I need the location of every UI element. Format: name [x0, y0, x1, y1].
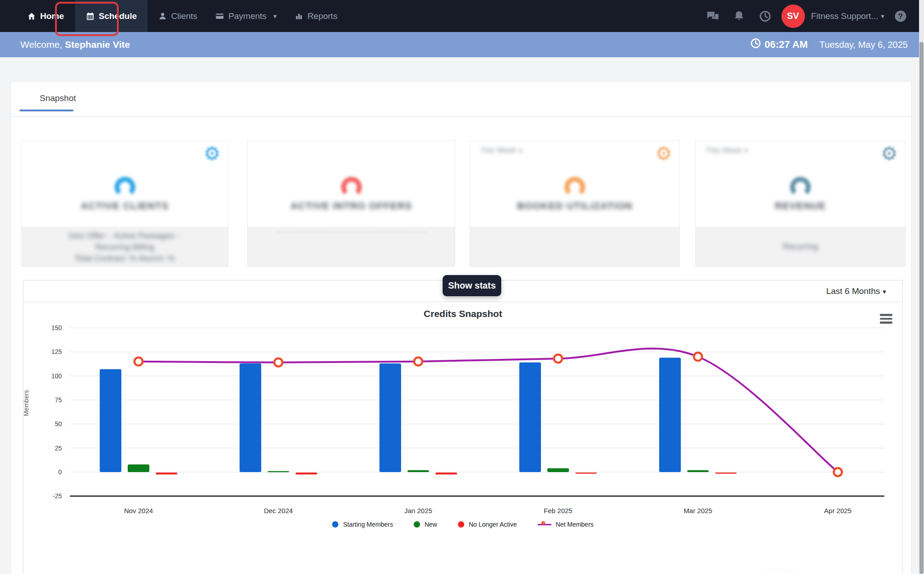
chart-legend: Starting MembersNewNo Longer ActiveNet M…	[23, 521, 902, 528]
x-tick-label: Dec 2024	[264, 507, 293, 514]
legend-item-net-members[interactable]: Net Members	[538, 521, 594, 528]
stat-card-footer	[248, 227, 455, 266]
x-tick-label: Nov 2024	[124, 507, 153, 514]
scrollbar-thumb[interactable]	[919, 42, 924, 574]
gear-icon[interactable]: ⚙	[881, 144, 898, 163]
y-tick-label: 125	[51, 348, 62, 355]
nav-item-label: Reports	[307, 11, 337, 21]
legend-dot	[458, 521, 464, 528]
nav-item-label: Schedule	[99, 11, 137, 21]
welcome-bar: Welcome, Stephanie Vite 06:27 AM Tuesday…	[0, 32, 924, 57]
x-tick-label: Mar 2025	[684, 507, 712, 514]
period-select[interactable]: This Week	[480, 146, 522, 155]
nav-item-schedule[interactable]: Schedule	[75, 0, 148, 32]
bar-chart-icon	[295, 12, 303, 20]
scrollbar-track	[919, 0, 924, 574]
avatar[interactable]: SV	[781, 5, 805, 28]
bar-new	[687, 470, 709, 472]
bar-starting-members	[519, 363, 541, 472]
legend-label: New	[425, 521, 437, 528]
nav-item-payments[interactable]: Payments	[206, 0, 286, 32]
bar-new	[128, 464, 149, 472]
dashed-separator	[277, 231, 425, 233]
stats-row: ⚙ ACTIVE CLIENTS Intro Offer: - Active P…	[11, 140, 912, 268]
legend-label: Starting Members	[343, 521, 393, 528]
bell-icon[interactable]	[729, 6, 749, 26]
stat-card-top: This Week ⚙ BOOKED UTILIZATION	[470, 141, 679, 227]
welcome-datetime: 06:27 AM Tuesday, May 6, 2025	[750, 38, 908, 51]
tab-snapshot[interactable]: Snapshot	[29, 90, 87, 107]
tab-row: Snapshot	[11, 82, 911, 117]
svg-text:?: ?	[898, 12, 903, 20]
gear-icon[interactable]: ⚙	[655, 144, 672, 163]
clock-icon[interactable]	[755, 6, 775, 26]
nav-item-clients[interactable]: Clients	[149, 0, 206, 32]
credits-snapshot-panel: Last 6 Months Credits Snapshot Members 1…	[23, 280, 903, 574]
avatar-initials: SV	[787, 11, 799, 21]
legend-item-no-longer-active[interactable]: No Longer Active	[458, 521, 517, 528]
nav-item-label: Home	[40, 11, 64, 21]
stat-card-active-clients: ⚙ ACTIVE CLIENTS Intro Offer: - Active P…	[21, 140, 228, 267]
stat-card-title: ACTIVE INTRO OFFERS	[248, 200, 455, 212]
account-label: Fitness Support...	[811, 11, 878, 21]
nav-right: SV Fitness Support... ?	[703, 0, 924, 32]
net-members-marker	[834, 468, 842, 476]
spinner-donut	[790, 177, 811, 197]
stat-card-top: ACTIVE INTRO OFFERS	[248, 141, 455, 227]
home-icon	[27, 12, 36, 21]
stat-footer-line: Recurring Billing	[95, 243, 154, 252]
stat-card-top: ⚙ ACTIVE CLIENTS	[22, 141, 228, 227]
bar-no-longer-active	[435, 473, 457, 474]
legend-label: Net Members	[556, 521, 594, 528]
chat-icon[interactable]	[703, 6, 723, 26]
person-icon	[158, 12, 167, 20]
period-select[interactable]: This Week	[706, 146, 748, 155]
legend-item-starting-members[interactable]: Starting Members	[332, 521, 393, 528]
credits-chart: 1501251007550250-25Nov 2024Dec 2024Jan 2…	[23, 280, 902, 546]
nav-item-reports[interactable]: Reports	[286, 0, 346, 32]
legend-dot	[332, 521, 338, 528]
net-members-marker	[414, 358, 422, 366]
bar-no-longer-active	[715, 473, 737, 474]
bar-new	[547, 468, 569, 472]
stat-card-revenue: This Week ⚙ REVENUE Recurring	[695, 140, 906, 267]
credit-card-icon	[215, 12, 224, 21]
nav-item-home[interactable]: Home	[18, 0, 73, 32]
account-menu[interactable]: Fitness Support...	[811, 11, 884, 21]
net-members-marker	[274, 358, 282, 367]
gear-icon[interactable]: ⚙	[203, 144, 221, 163]
y-tick-label: 75	[55, 396, 62, 404]
x-tick-label: Feb 2025	[544, 507, 572, 514]
help-icon[interactable]: ?	[891, 6, 910, 26]
bar-new	[407, 470, 429, 472]
bar-no-longer-active	[575, 473, 597, 474]
bar-starting-members	[659, 358, 681, 472]
stat-card-top: This Week ⚙ REVENUE	[696, 141, 905, 227]
stat-card-booked-utilization: This Week ⚙ BOOKED UTILIZATION	[470, 140, 680, 267]
clock-icon	[750, 38, 761, 51]
stat-card-active-intro-offers: ACTIVE INTRO OFFERS	[247, 140, 455, 267]
top-nav: Home Schedule Clients Payments	[0, 0, 924, 32]
calendar-icon	[86, 12, 95, 21]
bar-no-longer-active	[296, 473, 317, 474]
stat-footer-line: Intro Offer: - Active Packages: -	[69, 231, 181, 241]
y-tick-label: 150	[51, 324, 62, 331]
time-value: 06:27 AM	[765, 39, 808, 51]
user-name: Stephanie Vite	[65, 39, 130, 50]
show-stats-button[interactable]: Show stats	[443, 275, 501, 296]
y-tick-label: -25	[53, 492, 62, 500]
dashboard-screen: Home Schedule Clients Payments	[0, 0, 924, 574]
legend-label: No Longer Active	[469, 521, 517, 528]
stat-card-title: BOOKED UTILIZATION	[470, 200, 679, 212]
spinner-donut	[115, 177, 135, 197]
stat-card-title: REVENUE	[696, 200, 905, 212]
net-members-marker	[134, 358, 143, 366]
stat-card-footer	[470, 227, 679, 266]
x-tick-label: Apr 2025	[824, 507, 852, 514]
main-content: Snapshot ⚙ ACTIVE CLIENTS Intro Offer: -…	[10, 81, 912, 574]
legend-item-new[interactable]: New	[414, 521, 437, 528]
stat-footer-line: Recurring	[783, 242, 818, 252]
legend-dot	[414, 521, 420, 528]
y-tick-label: 25	[55, 445, 62, 452]
tab-active-underline	[19, 110, 74, 111]
